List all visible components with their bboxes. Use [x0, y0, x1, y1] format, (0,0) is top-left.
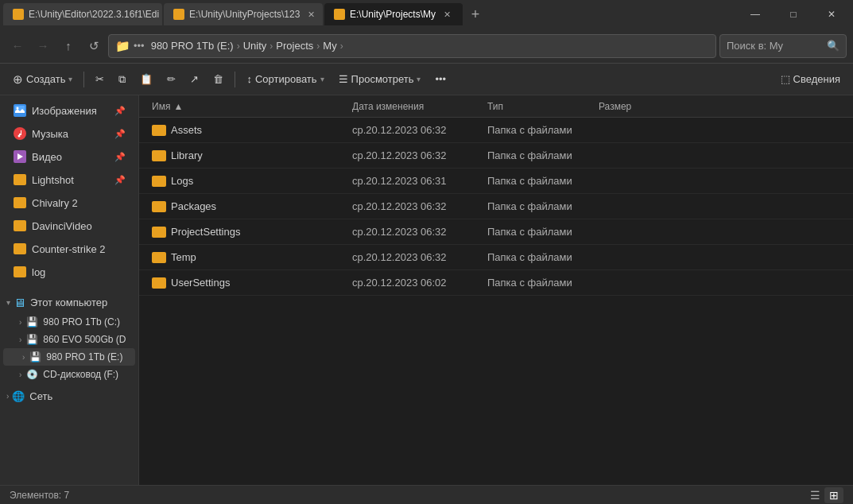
thispc-group[interactable]: ▾ 🖥 Этот компьютер — [0, 292, 138, 313]
tab2-close[interactable]: ✕ — [304, 8, 317, 21]
maximize-button[interactable]: □ — [775, 3, 812, 25]
details-button[interactable]: ⬚ Сведения — [774, 68, 847, 91]
video-label: Видео — [32, 151, 62, 163]
minimize-button[interactable]: — — [737, 3, 774, 25]
sidebar-item-video[interactable]: Видео 📌 — [3, 145, 135, 168]
copy-icon: ⧉ — [118, 73, 126, 86]
rename-button[interactable]: ✏ — [161, 68, 182, 91]
create-button[interactable]: ⊕ Создать ▾ — [6, 68, 79, 91]
col-size[interactable]: Размер — [599, 101, 678, 112]
sep2: › — [269, 41, 273, 52]
paste-button[interactable]: 📋 — [134, 68, 159, 91]
log-label: log — [32, 266, 45, 278]
view-chevron: ▾ — [417, 75, 421, 83]
table-row[interactable]: Assets ср.20.12.2023 06:32 Папка с файла… — [139, 118, 853, 143]
breadcrumb-unity-label: Unity — [243, 40, 267, 52]
share-button[interactable]: ↗ — [184, 68, 205, 91]
titlebar: E:\Unity\Editor\2022.3.16f1\Edi ✕ E:\Uni… — [0, 0, 853, 29]
create-label: Создать — [26, 73, 65, 85]
tab3-close[interactable]: ✕ — [440, 8, 453, 21]
grid-view-button[interactable]: ⊞ — [824, 487, 843, 503]
davinci-label: DavinciVideo — [32, 220, 92, 232]
file-name-cell: Packages — [145, 200, 352, 212]
col-date[interactable]: Дата изменения — [352, 101, 487, 112]
images-pin-icon: 📌 — [114, 106, 126, 116]
sort-button[interactable]: ↕ Сортировать ▾ — [240, 68, 330, 91]
up-button[interactable]: ↑ — [57, 35, 79, 57]
view-icon: ☰ — [339, 73, 348, 85]
drive-c[interactable]: › 💾 980 PRO 1Tb (C:) — [0, 313, 138, 331]
more-icon: ••• — [435, 73, 446, 85]
table-row[interactable]: Logs ср.20.12.2023 06:31 Папка с файлами — [139, 169, 853, 194]
sep-1 — [83, 72, 84, 87]
col-name-label: Имя — [152, 101, 170, 112]
drive-e[interactable]: › 💾 980 PRO 1Tb (E:) — [3, 348, 135, 366]
col-name[interactable]: Имя ▲ — [145, 101, 352, 112]
sidebar-item-music[interactable]: Музыка 📌 — [3, 122, 135, 145]
sidebar: Изображения 📌 Музыка 📌 Видео 📌 Lightshot… — [0, 95, 139, 485]
file-name-cell: Library — [145, 149, 352, 161]
drive-c-expand: › — [19, 318, 21, 327]
close-button[interactable]: ✕ — [813, 3, 850, 25]
grid-view-icon: ⊞ — [829, 489, 839, 502]
folder-icon — [152, 252, 166, 263]
music-label: Музыка — [32, 128, 68, 140]
breadcrumb-drive[interactable]: 980 PRO 1Tb (E:) — [151, 40, 234, 52]
tab3-label: E:\Unity\Projects\My — [350, 9, 436, 20]
breadcrumb-my[interactable]: My — [323, 40, 336, 52]
table-row[interactable]: ProjectSettings ср.20.12.2023 06:32 Папк… — [139, 219, 853, 245]
network-group[interactable]: › 🌐 Сеть — [0, 386, 138, 406]
network-icon: 🌐 — [12, 390, 25, 402]
delete-button[interactable]: 🗑 — [207, 68, 230, 91]
list-view-button[interactable]: ☰ — [805, 487, 824, 503]
file-name-cell: Temp — [145, 251, 352, 263]
create-chevron: ▾ — [68, 75, 72, 83]
rename-icon: ✏ — [167, 73, 176, 85]
table-row[interactable]: Temp ср.20.12.2023 06:32 Папка с файлами — [139, 245, 853, 270]
address-bar[interactable]: 📁 ••• 980 PRO 1Tb (E:) › Unity › Project… — [108, 34, 716, 58]
file-list: Имя ▲ Дата изменения Тип Размер Assets с… — [139, 95, 853, 485]
tab-1[interactable]: E:\Unity\Editor\2022.3.16f1\Edi ✕ — [3, 3, 162, 25]
cut-button[interactable]: ✂ — [89, 68, 111, 91]
command-bar: ⊕ Создать ▾ ✂ ⧉ 📋 ✏ ↗ 🗑 ↕ Сортировать ▾ … — [0, 64, 853, 95]
file-date-cell: ср.20.12.2023 06:32 — [352, 251, 487, 263]
breadcrumb-projects[interactable]: Projects — [276, 40, 313, 52]
address-toolbar: ← → ↑ ↺ 📁 ••• 980 PRO 1Tb (E:) › Unity ›… — [0, 29, 853, 64]
table-row[interactable]: UserSettings ср.20.12.2023 06:02 Папка с… — [139, 270, 853, 296]
tab-2[interactable]: E:\Unity\UnityProjects\123 ✕ — [164, 3, 323, 25]
table-row[interactable]: Packages ср.20.12.2023 06:32 Папка с фай… — [139, 194, 853, 219]
sidebar-item-images[interactable]: Изображения 📌 — [3, 99, 135, 122]
sidebar-item-lightshot[interactable]: Lightshot 📌 — [3, 169, 135, 191]
col-type[interactable]: Тип — [487, 101, 599, 112]
forward-button[interactable]: → — [32, 35, 54, 57]
more-button[interactable]: ••• — [428, 68, 452, 91]
file-name: Library — [171, 149, 203, 161]
copy-button[interactable]: ⧉ — [112, 68, 132, 91]
file-name-cell: Assets — [145, 124, 352, 136]
col-date-label: Дата изменения — [352, 101, 424, 112]
sidebar-item-counterstrike[interactable]: Counter-strike 2 — [3, 238, 135, 260]
davinci-icon — [13, 219, 27, 233]
table-row[interactable]: Library ср.20.12.2023 06:32 Папка с файл… — [139, 143, 853, 169]
sidebar-item-chivalry2[interactable]: Chivalry 2 — [3, 192, 135, 214]
sidebar-item-log[interactable]: log — [3, 261, 135, 283]
svg-rect-8 — [14, 197, 26, 208]
new-tab-button[interactable]: + — [464, 3, 487, 25]
tab-3[interactable]: E:\Unity\Projects\My ✕ — [324, 3, 463, 25]
file-name: Temp — [171, 251, 196, 263]
sep-2 — [235, 72, 235, 87]
drive-f[interactable]: › 💿 CD-дисковод (F:) — [0, 366, 138, 383]
file-name: ProjectSettings — [171, 226, 240, 238]
drive-c-label: 980 PRO 1Tb (C:) — [43, 316, 120, 328]
breadcrumb-unity[interactable]: Unity — [243, 40, 267, 52]
network-expand-icon: › — [6, 392, 9, 401]
sidebar-item-davinci[interactable]: DavinciVideo — [3, 215, 135, 237]
back-button[interactable]: ← — [6, 35, 29, 57]
folder-icon — [152, 150, 166, 161]
search-box[interactable]: Поиск в: My 🔍 — [719, 34, 847, 58]
folder-icon — [152, 201, 166, 212]
drive-d[interactable]: › 💾 860 EVO 500Gb (D — [0, 331, 138, 348]
view-button[interactable]: ☰ Просмотреть ▾ — [332, 68, 428, 91]
refresh-button[interactable]: ↺ — [83, 35, 105, 57]
file-date-cell: ср.20.12.2023 06:32 — [352, 149, 487, 161]
